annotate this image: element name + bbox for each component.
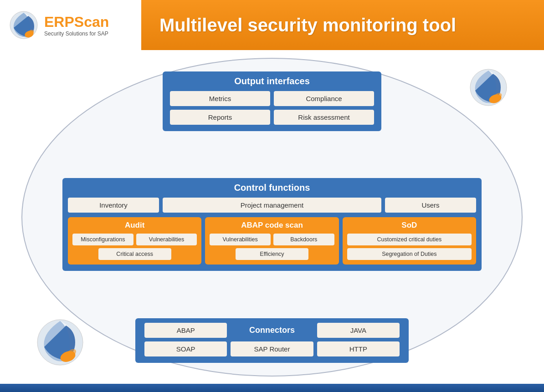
sod-block: SoD Customized critical duties Segregati… xyxy=(343,217,476,265)
main-content: Output interfaces Metrics Compliance Rep… xyxy=(0,50,544,384)
output-interfaces-block: Output interfaces Metrics Compliance Rep… xyxy=(163,71,381,131)
audit-critical-row: Critical access xyxy=(72,248,197,260)
scan-text: Scan xyxy=(74,14,109,30)
page-title: Multilevel security monitoring tool xyxy=(159,15,456,36)
control-project-management: Project management xyxy=(163,198,381,213)
oval-inner: Output interfaces Metrics Compliance Rep… xyxy=(21,58,523,377)
control-top-row: Inventory Project management Users xyxy=(68,198,476,213)
logo-erp: ERPScan xyxy=(44,14,109,31)
abap-vulnerabilities: Vulnerabilities xyxy=(210,234,271,245)
connector-soap: SOAP xyxy=(144,341,227,356)
sod-grid: Customized critical duties Segregation o… xyxy=(347,234,472,260)
connectors-title-cell: Connectors xyxy=(231,323,313,338)
bottom-bar xyxy=(0,384,544,392)
abap-grid: Vulnerabilities Backdoors xyxy=(210,234,334,245)
abap-efficiency: Efficiency xyxy=(236,248,308,260)
logo-area: ERPScan Security Solutions for SAP xyxy=(0,0,141,50)
connectors-title: Connectors xyxy=(249,326,295,335)
audit-misconfigurations: Misconfigurations xyxy=(72,234,133,245)
erp-text: ERP xyxy=(44,14,74,30)
control-functions-block: Control functions Inventory Project mana… xyxy=(62,178,482,271)
control-functions-title: Control functions xyxy=(68,183,476,193)
output-reports: Reports xyxy=(170,110,270,125)
audit-vulnerabilities: Vulnerabilities xyxy=(136,234,197,245)
connectors-block: ABAP Connectors JAVA SOAP SAP Router xyxy=(135,318,409,363)
abap-title: ABAP code scan xyxy=(210,221,334,230)
logo-tagline: Security Solutions for SAP xyxy=(44,31,109,37)
sod-segregation: Segregation of Duties xyxy=(347,248,472,260)
connectors-grid: ABAP Connectors JAVA SOAP SAP Router xyxy=(144,323,400,356)
header-title-bar: Multilevel security monitoring tool xyxy=(141,0,544,50)
output-risk-assessment: Risk assessment xyxy=(274,110,374,125)
control-inventory: Inventory xyxy=(68,198,159,213)
audit-block: Audit Misconfigurations Vulnerabilities xyxy=(68,217,201,265)
erpscan-logo-icon xyxy=(9,10,39,40)
audit-title: Audit xyxy=(72,221,197,230)
abap-block: ABAP code scan Vulnerabilities Backdoors xyxy=(205,217,339,265)
oval-container: Output interfaces Metrics Compliance Rep… xyxy=(21,58,523,377)
output-metrics: Metrics xyxy=(170,91,270,106)
output-interfaces-grid: Metrics Compliance Reports Risk assessme… xyxy=(170,91,374,125)
connector-sap-router: SAP Router xyxy=(231,341,313,356)
logo-text: ERPScan Security Solutions for SAP xyxy=(44,14,109,37)
control-users: Users xyxy=(385,198,476,213)
output-interfaces-title: Output interfaces xyxy=(170,76,374,87)
abap-efficiency-row: Efficiency xyxy=(210,248,334,260)
connector-java: JAVA xyxy=(317,323,400,338)
audit-grid: Misconfigurations Vulnerabilities xyxy=(72,234,197,245)
abap-backdoors: Backdoors xyxy=(273,234,334,245)
control-bottom-row: Audit Misconfigurations Vulnerabilities xyxy=(68,217,476,265)
header: ERPScan Security Solutions for SAP Multi… xyxy=(0,0,544,50)
output-compliance: Compliance xyxy=(274,91,374,106)
connector-http: HTTP xyxy=(317,341,400,356)
sod-critical-duties: Customized critical duties xyxy=(347,234,472,245)
sod-title: SoD xyxy=(347,221,472,230)
connector-abap: ABAP xyxy=(144,323,227,338)
audit-critical-access: Critical access xyxy=(98,248,171,260)
